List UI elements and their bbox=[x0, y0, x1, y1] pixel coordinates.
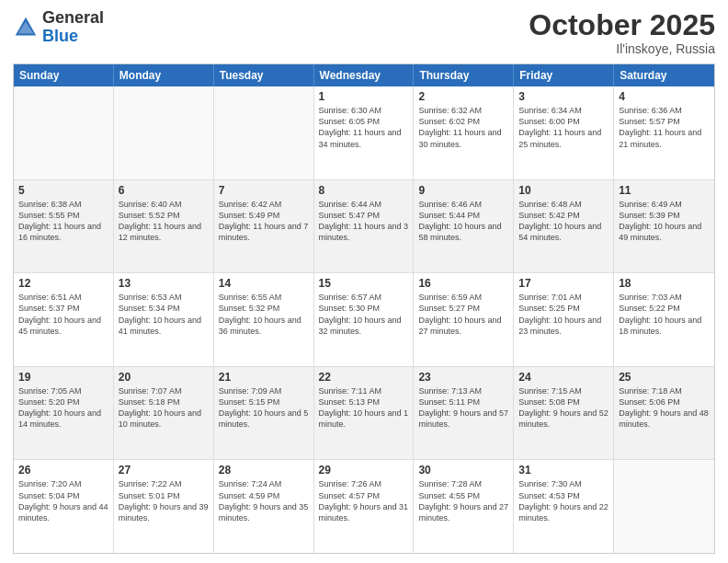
day-info: Sunrise: 6:40 AM Sunset: 5:52 PM Dayligh… bbox=[119, 199, 209, 244]
calendar-cell: 25Sunrise: 7:18 AM Sunset: 5:06 PM Dayli… bbox=[614, 367, 714, 460]
day-number: 18 bbox=[619, 277, 710, 290]
calendar-cell: 1Sunrise: 6:30 AM Sunset: 6:05 PM Daylig… bbox=[314, 86, 415, 179]
day-info: Sunrise: 7:20 AM Sunset: 5:04 PM Dayligh… bbox=[18, 478, 108, 523]
day-number: 6 bbox=[119, 184, 209, 197]
day-info: Sunrise: 6:38 AM Sunset: 5:55 PM Dayligh… bbox=[18, 199, 108, 244]
day-info: Sunrise: 7:24 AM Sunset: 4:59 PM Dayligh… bbox=[219, 478, 309, 523]
day-number: 28 bbox=[219, 464, 309, 477]
calendar-cell bbox=[614, 460, 714, 553]
day-info: Sunrise: 6:34 AM Sunset: 6:00 PM Dayligh… bbox=[518, 105, 609, 150]
day-number: 9 bbox=[418, 184, 508, 197]
day-info: Sunrise: 6:51 AM Sunset: 5:37 PM Dayligh… bbox=[18, 292, 108, 337]
logo: General Blue bbox=[13, 9, 104, 46]
calendar-cell bbox=[14, 86, 114, 179]
day-info: Sunrise: 6:30 AM Sunset: 6:05 PM Dayligh… bbox=[319, 105, 409, 150]
day-number: 17 bbox=[518, 277, 609, 290]
day-number: 15 bbox=[319, 277, 409, 290]
day-number: 23 bbox=[418, 371, 508, 384]
calendar-header-cell: Wednesday bbox=[314, 64, 415, 86]
calendar-cell: 3Sunrise: 6:34 AM Sunset: 6:00 PM Daylig… bbox=[514, 86, 614, 179]
day-info: Sunrise: 6:48 AM Sunset: 5:42 PM Dayligh… bbox=[518, 199, 609, 244]
day-info: Sunrise: 7:30 AM Sunset: 4:53 PM Dayligh… bbox=[518, 478, 609, 523]
title-block: October 2025 Il'inskoye, Russia bbox=[529, 9, 715, 56]
day-info: Sunrise: 7:01 AM Sunset: 5:25 PM Dayligh… bbox=[518, 292, 609, 337]
calendar-cell: 22Sunrise: 7:11 AM Sunset: 5:13 PM Dayli… bbox=[314, 367, 415, 460]
day-number: 16 bbox=[418, 277, 508, 290]
calendar-cell: 6Sunrise: 6:40 AM Sunset: 5:52 PM Daylig… bbox=[114, 180, 214, 273]
calendar-week-row: 1Sunrise: 6:30 AM Sunset: 6:05 PM Daylig… bbox=[14, 86, 714, 180]
calendar-cell: 20Sunrise: 7:07 AM Sunset: 5:18 PM Dayli… bbox=[114, 367, 214, 460]
calendar-cell bbox=[214, 86, 314, 179]
calendar-cell: 12Sunrise: 6:51 AM Sunset: 5:37 PM Dayli… bbox=[14, 273, 114, 366]
day-info: Sunrise: 6:55 AM Sunset: 5:32 PM Dayligh… bbox=[219, 292, 309, 337]
day-number: 26 bbox=[18, 464, 108, 477]
calendar-cell: 29Sunrise: 7:26 AM Sunset: 4:57 PM Dayli… bbox=[314, 460, 415, 553]
calendar-cell: 9Sunrise: 6:46 AM Sunset: 5:44 PM Daylig… bbox=[414, 180, 514, 273]
day-info: Sunrise: 7:13 AM Sunset: 5:11 PM Dayligh… bbox=[418, 385, 508, 431]
calendar-cell: 8Sunrise: 6:44 AM Sunset: 5:47 PM Daylig… bbox=[314, 180, 415, 273]
calendar-cell: 2Sunrise: 6:32 AM Sunset: 6:02 PM Daylig… bbox=[414, 86, 514, 179]
calendar-cell: 10Sunrise: 6:48 AM Sunset: 5:42 PM Dayli… bbox=[514, 180, 614, 273]
calendar-cell: 18Sunrise: 7:03 AM Sunset: 5:22 PM Dayli… bbox=[614, 273, 714, 366]
day-number: 11 bbox=[619, 184, 710, 197]
calendar-body: 1Sunrise: 6:30 AM Sunset: 6:05 PM Daylig… bbox=[14, 86, 714, 553]
calendar-cell: 24Sunrise: 7:15 AM Sunset: 5:08 PM Dayli… bbox=[514, 367, 614, 460]
calendar-cell: 16Sunrise: 6:59 AM Sunset: 5:27 PM Dayli… bbox=[414, 273, 514, 366]
calendar-cell: 15Sunrise: 6:57 AM Sunset: 5:30 PM Dayli… bbox=[314, 273, 415, 366]
calendar-cell: 21Sunrise: 7:09 AM Sunset: 5:15 PM Dayli… bbox=[214, 367, 314, 460]
logo-general: General bbox=[42, 8, 104, 27]
day-number: 4 bbox=[619, 90, 710, 103]
day-info: Sunrise: 6:57 AM Sunset: 5:30 PM Dayligh… bbox=[319, 292, 409, 337]
calendar-header-cell: Tuesday bbox=[214, 64, 314, 86]
calendar-cell: 30Sunrise: 7:28 AM Sunset: 4:55 PM Dayli… bbox=[414, 460, 514, 553]
day-number: 14 bbox=[219, 277, 309, 290]
day-info: Sunrise: 7:07 AM Sunset: 5:18 PM Dayligh… bbox=[119, 385, 209, 431]
day-number: 5 bbox=[18, 184, 108, 197]
calendar-week-row: 12Sunrise: 6:51 AM Sunset: 5:37 PM Dayli… bbox=[14, 273, 714, 367]
day-info: Sunrise: 6:32 AM Sunset: 6:02 PM Dayligh… bbox=[418, 105, 508, 150]
day-info: Sunrise: 7:18 AM Sunset: 5:06 PM Dayligh… bbox=[619, 385, 710, 431]
day-info: Sunrise: 6:59 AM Sunset: 5:27 PM Dayligh… bbox=[418, 292, 508, 337]
calendar-cell: 31Sunrise: 7:30 AM Sunset: 4:53 PM Dayli… bbox=[514, 460, 614, 553]
logo-blue: Blue bbox=[42, 27, 78, 45]
calendar-header-cell: Saturday bbox=[614, 64, 714, 86]
calendar-week-row: 19Sunrise: 7:05 AM Sunset: 5:20 PM Dayli… bbox=[14, 367, 714, 461]
day-number: 12 bbox=[18, 277, 108, 290]
day-info: Sunrise: 7:11 AM Sunset: 5:13 PM Dayligh… bbox=[319, 385, 409, 431]
day-info: Sunrise: 7:26 AM Sunset: 4:57 PM Dayligh… bbox=[319, 478, 409, 523]
day-number: 25 bbox=[619, 371, 710, 384]
header: General Blue October 2025 Il'inskoye, Ru… bbox=[13, 9, 715, 56]
calendar-week-row: 26Sunrise: 7:20 AM Sunset: 5:04 PM Dayli… bbox=[14, 460, 714, 553]
day-info: Sunrise: 7:05 AM Sunset: 5:20 PM Dayligh… bbox=[18, 385, 108, 431]
calendar-header-cell: Monday bbox=[114, 64, 214, 86]
day-number: 13 bbox=[119, 277, 209, 290]
day-number: 8 bbox=[319, 184, 409, 197]
day-number: 22 bbox=[319, 371, 409, 384]
day-number: 29 bbox=[319, 464, 409, 477]
day-number: 1 bbox=[319, 90, 409, 103]
calendar-cell: 11Sunrise: 6:49 AM Sunset: 5:39 PM Dayli… bbox=[614, 180, 714, 273]
calendar-cell: 28Sunrise: 7:24 AM Sunset: 4:59 PM Dayli… bbox=[214, 460, 314, 553]
calendar-header-cell: Friday bbox=[514, 64, 614, 86]
day-info: Sunrise: 6:44 AM Sunset: 5:47 PM Dayligh… bbox=[319, 199, 409, 244]
day-info: Sunrise: 6:46 AM Sunset: 5:44 PM Dayligh… bbox=[418, 199, 508, 244]
day-info: Sunrise: 6:53 AM Sunset: 5:34 PM Dayligh… bbox=[119, 292, 209, 337]
calendar-cell: 4Sunrise: 6:36 AM Sunset: 5:57 PM Daylig… bbox=[614, 86, 714, 179]
day-number: 2 bbox=[418, 90, 508, 103]
day-number: 3 bbox=[518, 90, 609, 103]
calendar-cell: 13Sunrise: 6:53 AM Sunset: 5:34 PM Dayli… bbox=[114, 273, 214, 366]
calendar-week-row: 5Sunrise: 6:38 AM Sunset: 5:55 PM Daylig… bbox=[14, 180, 714, 274]
day-number: 24 bbox=[518, 371, 609, 384]
calendar-cell: 14Sunrise: 6:55 AM Sunset: 5:32 PM Dayli… bbox=[214, 273, 314, 366]
logo-text: General Blue bbox=[42, 9, 104, 46]
calendar-cell: 27Sunrise: 7:22 AM Sunset: 5:01 PM Dayli… bbox=[114, 460, 214, 553]
day-info: Sunrise: 7:15 AM Sunset: 5:08 PM Dayligh… bbox=[518, 385, 609, 431]
calendar-cell: 7Sunrise: 6:42 AM Sunset: 5:49 PM Daylig… bbox=[214, 180, 314, 273]
calendar-subtitle: Il'inskoye, Russia bbox=[529, 41, 715, 56]
day-info: Sunrise: 7:22 AM Sunset: 5:01 PM Dayligh… bbox=[119, 478, 209, 523]
day-info: Sunrise: 7:28 AM Sunset: 4:55 PM Dayligh… bbox=[418, 478, 508, 523]
logo-icon bbox=[13, 15, 39, 40]
calendar-header-cell: Thursday bbox=[414, 64, 514, 86]
calendar-cell: 23Sunrise: 7:13 AM Sunset: 5:11 PM Dayli… bbox=[414, 367, 514, 460]
day-number: 7 bbox=[219, 184, 309, 197]
